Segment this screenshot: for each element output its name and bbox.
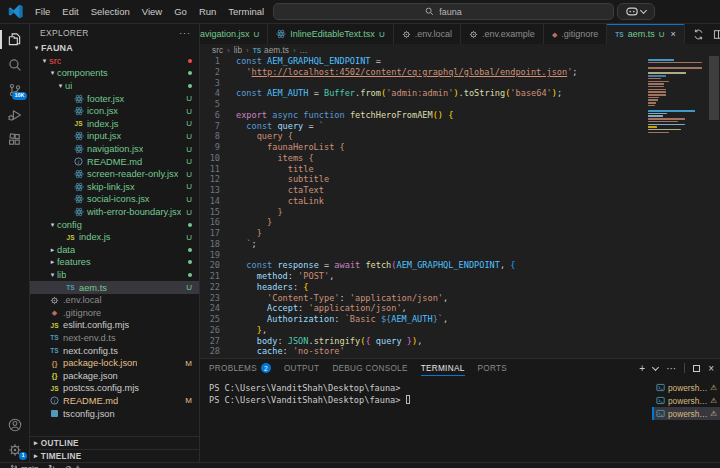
- breadcrumb-lib[interactable]: lib: [234, 45, 242, 55]
- minimap-line: [648, 115, 663, 117]
- tree-item-skip-link-jsx[interactable]: skip-link.jsxU: [30, 181, 199, 194]
- breadcrumb-[interactable]: …: [300, 45, 308, 55]
- code-lines: const AEM_GRAPHQL_ENDPOINT = 'http://loc…: [224, 56, 720, 358]
- tab-navigation-jsx[interactable]: navigation.jsxU: [200, 24, 268, 44]
- maximize-panel-icon[interactable]: [693, 365, 700, 372]
- gear-file-icon: [402, 30, 411, 39]
- tree-item-index-js[interactable]: JSindex.jsU: [30, 118, 199, 131]
- menu-terminal[interactable]: Terminal: [222, 6, 270, 17]
- line-number-gutter: 1234567891011121314151617181920212223242…: [200, 56, 224, 358]
- split-editor-icon[interactable]: [713, 29, 720, 40]
- branch-status[interactable]: main: [10, 464, 38, 468]
- tree-item-social-icons-jsx[interactable]: social-icons.jsxU: [30, 193, 199, 206]
- sync-status[interactable]: ↻: [48, 464, 55, 468]
- tree-item-features[interactable]: ▸features: [30, 256, 199, 269]
- tab-env-example[interactable]: .env.example: [461, 24, 544, 44]
- close-tab-icon[interactable]: ×: [670, 29, 675, 39]
- activity-account-button[interactable]: [0, 412, 29, 437]
- editor-scrollbar[interactable]: [708, 56, 720, 358]
- titlebar: FileEditSelectionViewGoRunTerminalHelp ←…: [0, 0, 720, 24]
- tree-item-data[interactable]: ▸data: [30, 244, 199, 257]
- tree-item-eslint-config-mjs[interactable]: JSeslint.config.mjs: [30, 319, 199, 332]
- explorer-more-actions-icon[interactable]: ···: [179, 28, 191, 38]
- tree-item-readme-md[interactable]: iREADME.mdU: [30, 155, 199, 168]
- panel-tab-terminal[interactable]: TERMINAL: [421, 359, 465, 377]
- tree-item-next-env-d-ts[interactable]: TSnext-env.d.ts: [30, 332, 199, 345]
- code-line: body: JSON.stringify({ query }),: [236, 336, 720, 347]
- tree-item-input-jsx[interactable]: input.jsxU: [30, 130, 199, 143]
- code-editor[interactable]: 1234567891011121314151617181920212223242…: [200, 56, 720, 358]
- panel-tab-ports[interactable]: PORTS: [478, 359, 508, 377]
- panel-tab-problems[interactable]: PROBLEMS2: [209, 359, 271, 377]
- new-terminal-icon[interactable]: +: [639, 363, 645, 374]
- panel-more-icon[interactable]: ···: [666, 363, 676, 374]
- tree-item-aem-ts[interactable]: TSaem.tsU: [30, 281, 199, 294]
- panel-tab-output[interactable]: OUTPUT: [284, 359, 319, 377]
- tree-item-index-js[interactable]: JSindex.jsU: [30, 231, 199, 244]
- tree-item-postcss-config-mjs[interactable]: JSpostcss.config.mjs: [30, 382, 199, 395]
- activity-settings-button[interactable]: 1: [0, 437, 29, 462]
- breadcrumb-aem-ts[interactable]: TSaem.ts: [253, 45, 289, 55]
- menu-run[interactable]: Run: [193, 6, 222, 17]
- item-label: aem.ts: [79, 283, 107, 293]
- menu-selection[interactable]: Selection: [85, 6, 136, 17]
- menu-view[interactable]: View: [136, 6, 168, 17]
- menu-go[interactable]: Go: [168, 6, 193, 17]
- warning-icon: ⚠: [710, 383, 717, 392]
- tree-item-ui[interactable]: ▾ui: [30, 80, 199, 93]
- tab-aem-ts[interactable]: TSaem.tsU×: [607, 24, 684, 44]
- tree-item-components[interactable]: ▾components: [30, 67, 199, 80]
- tab-gitignore[interactable]: ◆.gitignore: [544, 24, 607, 44]
- tab-label: .env.local: [415, 29, 452, 39]
- tree-item-icon-jsx[interactable]: icon.jsxU: [30, 105, 199, 118]
- tree-item-next-config-ts[interactable]: TSnext.config.ts: [30, 344, 199, 357]
- tree-item-tsconfig-json[interactable]: tsconfig.json: [30, 407, 199, 420]
- panel-tab-debug-console[interactable]: DEBUG CONSOLE: [332, 359, 407, 377]
- git-status-badge: U: [182, 119, 192, 128]
- terminal-instance-1[interactable]: powersh…⚠: [652, 381, 720, 394]
- breadcrumb-label: …: [300, 45, 308, 55]
- section-outline[interactable]: ▸OUTLINE: [30, 436, 199, 449]
- tree-item-screen-reader-only-jsx[interactable]: screen-reader-only.jsxU: [30, 168, 199, 181]
- copilot-button[interactable]: [617, 3, 655, 20]
- scrollbar-thumb[interactable]: [709, 56, 719, 120]
- tree-item-env-local[interactable]: .env.local: [30, 294, 199, 307]
- panel-tab-label: OUTPUT: [284, 364, 319, 373]
- breadcrumb-label: lib: [234, 45, 242, 55]
- activity-search-button[interactable]: [0, 52, 29, 77]
- tree-item-config[interactable]: ▾config: [30, 218, 199, 231]
- tab-inlineeditabletext-tsx[interactable]: InlineEditableText.tsxU: [268, 24, 393, 44]
- menu-edit[interactable]: Edit: [56, 6, 84, 17]
- tree-item-gitignore[interactable]: ◆.gitignore: [30, 306, 199, 319]
- minimap-line: [648, 67, 702, 69]
- tree-item-src[interactable]: ▾src: [30, 55, 199, 68]
- minimap[interactable]: [648, 59, 706, 134]
- breadcrumb-src[interactable]: src: [212, 45, 223, 55]
- tree-item-fauna[interactable]: ▾FAUNA: [30, 42, 199, 55]
- tree-item-navigation-jsx[interactable]: navigation.jsxU: [30, 143, 199, 156]
- terminal-content[interactable]: PS C:\Users\VanditShah\Desktop\fauna>PS …: [200, 377, 652, 462]
- terminal-instance-2[interactable]: powersh…⚠: [652, 394, 720, 407]
- minimap-line: [648, 121, 678, 123]
- tree-item-package-lock-json[interactable]: {}package-lock.jsonM: [30, 357, 199, 370]
- item-label: footer.jsx: [87, 94, 124, 104]
- open-changes-icon[interactable]: [693, 29, 704, 40]
- close-panel-icon[interactable]: ×: [708, 363, 714, 374]
- tree-item-package-json[interactable]: {}package.json: [30, 369, 199, 382]
- activity-source-control-button[interactable]: 10K: [0, 77, 29, 102]
- problems-status[interactable]: ⊘ ⚠: [65, 464, 81, 468]
- terminal-dropdown-icon[interactable]: [652, 363, 659, 370]
- activity-explorer-button[interactable]: [0, 27, 29, 52]
- tree-item-lib[interactable]: ▾lib: [30, 269, 199, 282]
- activity-extensions-button[interactable]: [0, 127, 29, 152]
- tree-item-with-error-boundary-jsx[interactable]: with-error-boundary.jsxU: [30, 206, 199, 219]
- command-center-search[interactable]: fauna: [273, 3, 614, 20]
- tab-env-local[interactable]: .env.local: [394, 24, 461, 44]
- tree-item-footer-jsx[interactable]: footer.jsxU: [30, 92, 199, 105]
- terminal-instance-3[interactable]: powersh…⚠: [652, 407, 720, 420]
- section-timeline[interactable]: ▸TIMELINE: [30, 449, 199, 462]
- item-label: input.jsx: [87, 131, 121, 141]
- tree-item-readme-md[interactable]: iREADME.mdM: [30, 395, 199, 408]
- activity-run-debug-button[interactable]: [0, 102, 29, 127]
- menu-file[interactable]: File: [29, 6, 56, 17]
